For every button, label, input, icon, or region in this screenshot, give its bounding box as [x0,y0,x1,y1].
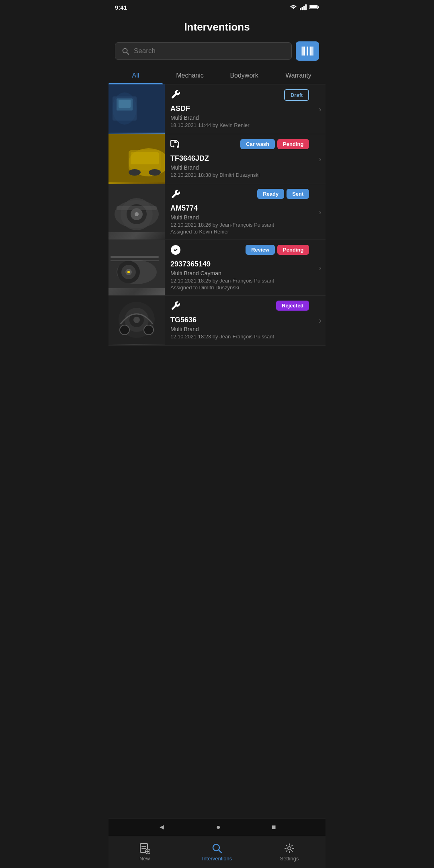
svg-rect-15 [312,47,313,55]
car-photo-5 [108,296,165,344]
list-item[interactable]: Car wash Pending TF3646JDZ Multi Brand 1… [108,134,326,184]
svg-point-26 [149,169,161,176]
badge-pending: Pending [277,245,309,255]
list-item[interactable]: Draft ASDF Multi Brand 18.10.2021 11:44 … [108,84,326,134]
item-badges: Draft [284,89,309,101]
barcode-button[interactable] [296,41,319,61]
badge-pending: Pending [277,139,309,149]
svg-point-51 [144,325,154,335]
check-badge-icon [170,245,181,255]
wrench-icon [170,89,181,100]
list-item[interactable]: Review Pending 2937365149 Multi Brand Ca… [108,240,326,296]
item-thumbnail [108,296,165,345]
svg-rect-2 [303,6,305,10]
item-thumbnail [108,240,165,295]
badge-draft: Draft [284,89,309,101]
svg-rect-13 [310,47,311,55]
wifi-icon [289,4,297,10]
svg-point-27 [172,145,174,147]
item-date: 12.10.2021 18:26 by Jean-François Puissa… [170,222,309,228]
svg-rect-35 [117,206,157,210]
badge-rejected: Rejected [276,301,309,311]
chevron-right-icon: › [315,296,326,345]
signal-icon [300,4,307,10]
svg-rect-8 [303,47,304,55]
item-top-row: Draft [170,89,309,102]
svg-rect-0 [300,8,301,10]
item-badges: Rejected [276,301,309,311]
item-name: TG5636 [170,316,309,324]
item-content: Ready Sent AM5774 Multi Brand 12.10.2021… [165,184,315,240]
list-item[interactable]: Ready Sent AM5774 Multi Brand 12.10.2021… [108,184,326,240]
car-photo-1 [108,84,165,133]
status-time: 9:41 [115,4,127,11]
item-assigned: Assigned to Dimitri Duszynski [170,285,309,291]
search-input[interactable] [134,47,286,55]
chevron-right-icon: › [315,84,326,134]
wrench-icon [170,301,181,311]
item-name: AM5774 [170,204,309,213]
badge-carwash: Car wash [240,139,275,149]
item-brand: Multi Brand [170,214,309,221]
tab-mechanic[interactable]: Mechanic [163,67,217,84]
battery-icon [309,4,319,10]
chevron-right-icon: › [315,184,326,240]
badge-ready: Ready [257,189,284,199]
item-content: Rejected TG5636 Multi Brand 12.10.2021 1… [165,296,315,345]
svg-point-28 [177,145,178,147]
car-icon [170,139,181,149]
item-thumbnail [108,184,165,240]
page-title: Interventions [108,21,326,33]
svg-rect-43 [111,260,159,261]
tab-warranty[interactable]: Warranty [271,67,326,84]
badge-sent: Sent [287,189,309,199]
item-date: 12.10.2021 18:23 by Jean-François Puissa… [170,334,309,340]
tab-bodywork[interactable]: Bodywork [217,67,271,84]
list-item[interactable]: Rejected TG5636 Multi Brand 12.10.2021 1… [108,296,326,346]
item-badges: Review Pending [246,245,309,255]
item-date: 12.10.2021 18:25 by Jean-François Puissa… [170,278,309,284]
svg-rect-24 [131,152,159,164]
item-top-row: Rejected [170,301,309,313]
item-assigned: Assigned to Kevin Renier [170,229,309,235]
svg-rect-3 [305,4,307,10]
tab-all[interactable]: All [108,67,163,84]
search-input-wrap[interactable] [115,42,292,60]
tabs: All Mechanic Bodywork Warranty [108,67,326,84]
svg-point-50 [120,325,129,335]
item-brand: Multi Brand [170,164,309,171]
header: Interventions [108,14,326,41]
item-top-row: Car wash Pending [170,139,309,152]
svg-rect-42 [111,256,159,258]
chevron-right-icon: › [315,240,326,295]
search-container [108,41,326,61]
badge-review: Review [246,245,275,255]
svg-rect-7 [302,47,303,55]
svg-rect-11 [307,47,308,55]
svg-rect-12 [309,47,309,55]
item-name: ASDF [170,104,309,113]
item-name: TF3646JDZ [170,154,309,163]
item-content: Draft ASDF Multi Brand 18.10.2021 11:44 … [165,84,315,134]
svg-rect-20 [119,100,131,108]
item-brand: Multi Brand [170,115,309,121]
car-photo-4 [108,240,165,288]
chevron-right-icon: › [315,134,326,184]
item-content: Car wash Pending TF3646JDZ Multi Brand 1… [165,134,315,184]
item-thumbnail [108,134,165,184]
svg-rect-5 [310,6,317,8]
status-icons [289,4,319,10]
svg-rect-9 [304,47,305,55]
barcode-icon [301,45,314,57]
svg-point-25 [129,169,141,176]
item-thumbnail [108,84,165,134]
item-date: 18.10.2021 11:44 by Kevin Renier [170,122,309,128]
car-photo-3 [108,184,165,232]
wrench-icon [170,189,181,199]
svg-rect-1 [302,7,303,10]
svg-point-49 [133,317,140,323]
status-bar: 9:41 [108,0,326,14]
svg-rect-10 [306,47,306,55]
car-photo-2 [108,134,165,182]
svg-point-34 [135,212,139,216]
